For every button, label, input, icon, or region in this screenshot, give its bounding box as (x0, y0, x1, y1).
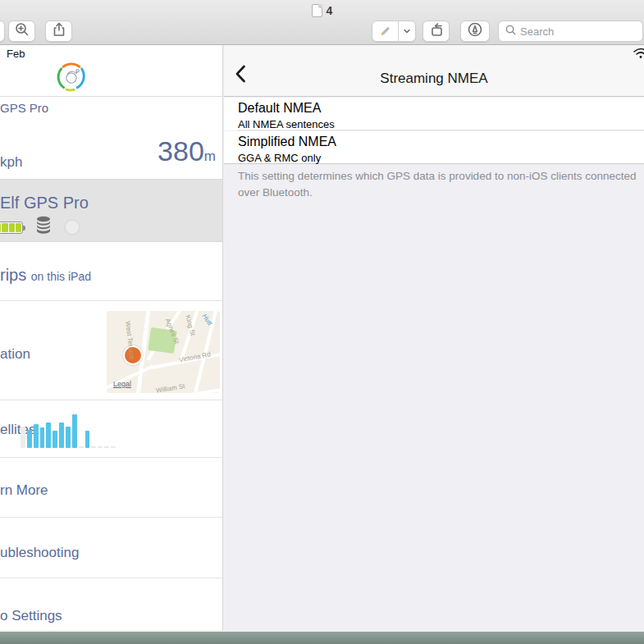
device-title-truncated: GPS Pro (0, 101, 48, 115)
search-field[interactable] (498, 21, 643, 42)
share-button[interactable] (45, 21, 72, 42)
chevron-down-icon (403, 24, 411, 39)
sidebar-item-device[interactable]: Elf GPS Pro (0, 179, 223, 242)
learn-more-label: rn More (0, 482, 48, 499)
search-input[interactable] (520, 25, 636, 38)
document-proxy-icon (312, 4, 322, 17)
satellite-signal-bar (104, 446, 109, 448)
annotate-button[interactable] (372, 21, 398, 41)
satellite-signal-bar (66, 427, 71, 448)
satellite-signal-bar (85, 431, 90, 448)
satellite-signal-bar (53, 431, 57, 448)
sidebar-item-location[interactable]: ation West Terrace Agnes St King St Vict… (0, 300, 223, 399)
window-title-area: 4 (0, 3, 644, 18)
speed-unit-label: kph (0, 154, 22, 171)
bad-elf-logo-icon (54, 60, 89, 94)
zoom-in-icon (14, 21, 30, 41)
option-title: Default NMEA (238, 101, 321, 116)
toolbar-button-partial[interactable] (0, 21, 5, 42)
device-name-label: Elf GPS Pro (0, 194, 89, 212)
location-label-truncated: ation (0, 346, 30, 363)
datalog-icon (34, 216, 53, 239)
troubleshooting-label: ubleshooting (0, 545, 79, 561)
share-icon (51, 21, 67, 41)
markup-button[interactable] (460, 21, 490, 42)
option-subtitle: All NMEA sentences (238, 118, 335, 130)
satellite-signal-bar (34, 424, 39, 448)
satellite-signal-bar (111, 446, 116, 448)
satellite-signal-bar (40, 427, 45, 448)
divider (0, 96, 223, 97)
satellite-signal-bar (91, 446, 96, 448)
pen-icon (378, 22, 393, 40)
rotate-left-icon (428, 21, 445, 41)
desktop-background-strip (0, 632, 644, 644)
status-bar-date: Feb (7, 48, 25, 60)
rotate-button[interactable] (422, 21, 450, 42)
window-title: 4 (327, 4, 333, 17)
sidebar-item-learn-more[interactable]: rn More (0, 457, 223, 517)
setting-description: This setting determines which GPS data i… (238, 168, 644, 201)
satellite-signal-bar (79, 446, 84, 448)
altitude-readout: 380m (158, 135, 216, 167)
satellite-signal-bar (27, 430, 32, 448)
gps-app-sidebar: Feb GPS Pro kph 380m Elf GPS Pro (0, 45, 223, 630)
street-label: William St (156, 382, 186, 393)
annotate-button-group (372, 21, 416, 42)
annotate-dropdown[interactable] (399, 21, 415, 41)
trips-label: rips on this iPad (0, 266, 91, 285)
wifi-icon (633, 48, 644, 62)
window-titlebar: 4 (0, 0, 644, 45)
sidebar-item-trips[interactable]: rips on this iPad (0, 243, 223, 300)
satellite-bars (21, 412, 116, 448)
satellite-lock-icon (64, 219, 80, 235)
sidebar-item-settings[interactable]: o Settings (0, 578, 223, 630)
sidebar-item-troubleshooting[interactable]: ubleshooting (0, 517, 223, 578)
sidebar-item-satellites[interactable]: ellites (0, 400, 223, 456)
nav-header: Streaming NMEA (224, 45, 644, 97)
option-subtitle: GGA & RMC only (238, 152, 321, 164)
panel-title: Streaming NMEA (224, 71, 644, 87)
markup-icon (467, 21, 483, 41)
option-default-nmea[interactable]: Default NMEA All NMEA sentences (224, 98, 644, 130)
option-title: Simplified NMEA (238, 135, 336, 149)
settings-label: o Settings (0, 608, 62, 624)
zoom-button[interactable] (8, 21, 35, 42)
battery-icon (0, 222, 23, 234)
satellite-signal-bar (98, 446, 103, 448)
map-thumbnail: West Terrace Agnes St King St Victoria R… (107, 311, 220, 393)
satellite-signal-bar (46, 422, 51, 448)
streaming-nmea-panel: Streaming NMEA Default NMEA All NMEA sen… (224, 45, 644, 630)
option-simplified-nmea[interactable]: Simplified NMEA GGA & RMC only (224, 131, 644, 164)
satellite-signal-bar (72, 414, 77, 448)
search-icon (505, 24, 516, 39)
satellite-signal-bar (21, 427, 25, 448)
satellite-signal-bar (59, 422, 64, 448)
device-status-icons (0, 216, 80, 239)
map-legal-link[interactable]: Legal (113, 380, 131, 388)
